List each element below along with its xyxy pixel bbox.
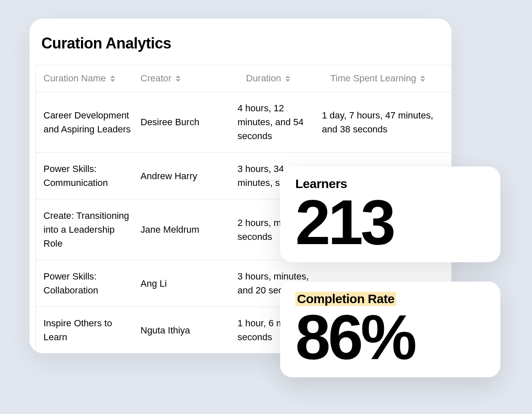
sort-icon[interactable] — [285, 74, 291, 83]
learners-stat-card: Learners 213 — [280, 167, 500, 262]
column-label: Creator — [140, 73, 171, 84]
cell-creator: Nguta Ithiya — [140, 323, 238, 337]
panel-title: Curation Analytics — [30, 35, 451, 65]
column-header-duration[interactable]: Duration — [238, 73, 322, 84]
cell-time-spent: 1 day, 7 hours, 47 minutes, and 38 secon… — [322, 108, 440, 136]
learners-value: 213 — [295, 188, 485, 257]
column-header-name[interactable]: Curation Name — [36, 73, 140, 84]
column-label: Duration — [246, 73, 281, 84]
cell-name: Power Skills: Collaboration — [36, 269, 140, 297]
cell-creator: Ang Li — [140, 277, 238, 290]
cell-creator: Jane Meldrum — [140, 223, 238, 237]
cell-duration: 4 hours, 12 minutes, and 54 seconds — [238, 101, 322, 143]
completion-value: 86% — [295, 303, 485, 372]
cell-name: Power Skills: Communication — [36, 162, 140, 190]
column-label: Curation Name — [43, 73, 106, 84]
sort-icon[interactable] — [110, 74, 116, 83]
column-label: Time Spent Learning — [330, 73, 416, 84]
cell-name: Create: Transitioning into a Leadership … — [36, 209, 140, 250]
sort-icon[interactable] — [176, 74, 181, 83]
column-header-time-spent[interactable]: Time Spent Learning — [322, 73, 440, 84]
cell-name: Career Development and Aspiring Leaders — [36, 108, 140, 136]
completion-stat-card: Completion Rate 86% — [280, 282, 500, 377]
sort-icon[interactable] — [420, 74, 426, 83]
column-header-creator[interactable]: Creator — [140, 73, 238, 84]
cell-name: Inspire Others to Learn — [36, 316, 140, 344]
table-row[interactable]: Career Development and Aspiring Leaders … — [36, 92, 451, 153]
cell-creator: Desiree Burch — [140, 115, 238, 129]
table-header-row: Curation Name Creator Duration Time Spen… — [36, 65, 451, 92]
cell-creator: Andrew Harry — [140, 169, 238, 183]
